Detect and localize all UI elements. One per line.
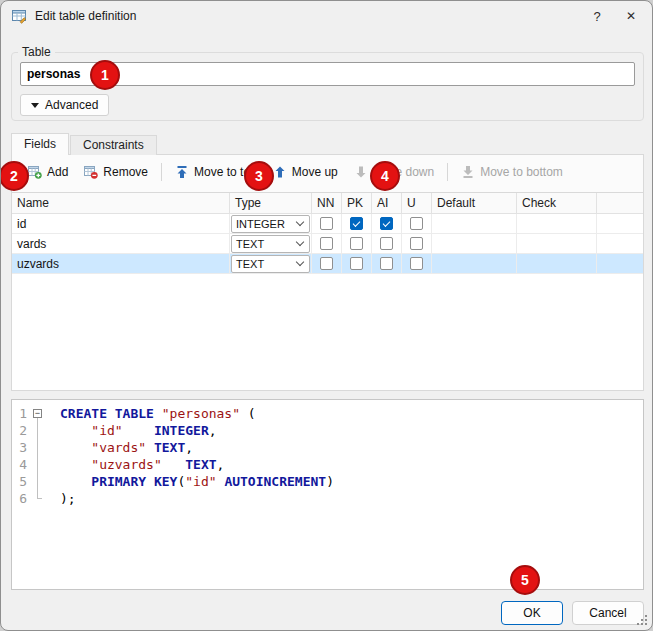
tab-bar: FieldsConstraints (11, 133, 158, 155)
cancel-button[interactable]: Cancel (572, 601, 644, 625)
type-combo-value: INTEGER (236, 218, 285, 230)
sql-token: PRIMARY KEY (91, 474, 177, 489)
table-row-id[interactable]: idINTEGER (12, 214, 643, 234)
sql-token: "vards" (91, 440, 146, 455)
field-name-cell[interactable]: uzvards (12, 254, 230, 274)
caption-buttons: ? ✕ (580, 1, 648, 31)
field-default-cell[interactable] (432, 234, 517, 254)
column-header-u[interactable]: U (402, 193, 432, 213)
sql-token: TEXT (185, 457, 216, 472)
annotation-1: 1 (90, 60, 120, 90)
toolbar-button-move-up[interactable]: Move up (265, 160, 346, 184)
field-default-cell[interactable] (432, 254, 517, 274)
fold-minus-glyph: − (33, 409, 42, 418)
field-check-cell[interactable] (517, 254, 597, 274)
checkbox-u[interactable] (410, 237, 423, 250)
line-number: 4 (12, 456, 30, 473)
toolbar-button-remove[interactable]: Remove (76, 160, 156, 184)
sql-code: "id" INTEGER, (44, 422, 217, 439)
field-ai-cell (372, 214, 402, 234)
close-button[interactable]: ✕ (614, 1, 648, 31)
sql-token (60, 457, 91, 472)
line-number: 2 (12, 422, 30, 439)
column-header-check[interactable]: Check (517, 193, 597, 213)
toolbar-label: Move to bottom (480, 165, 563, 179)
type-combo[interactable]: TEXT (231, 255, 310, 273)
checkbox-nn[interactable] (320, 237, 333, 250)
type-combo[interactable]: TEXT (231, 235, 310, 253)
sql-code: "uzvards" TEXT, (44, 456, 224, 473)
sql-token: ( (240, 406, 256, 421)
resize-grip[interactable] (636, 614, 648, 626)
field-filler-cell (597, 234, 643, 254)
move-down-icon (354, 165, 368, 179)
advanced-label: Advanced (45, 98, 98, 112)
sql-token: , (217, 457, 225, 472)
column-header-pk[interactable]: PK (342, 193, 372, 213)
checkbox-u[interactable] (410, 217, 423, 230)
field-name-cell[interactable]: vards (12, 234, 230, 254)
sql-lines: 1−CREATE TABLE "personas" (2 "id" INTEGE… (12, 405, 643, 507)
column-header-ai[interactable]: AI (372, 193, 402, 213)
help-button[interactable]: ? (580, 1, 614, 31)
fold-guide (30, 490, 44, 507)
sql-token: "id" (185, 474, 216, 489)
checkbox-ai[interactable] (380, 217, 393, 230)
sql-preview[interactable]: 1−CREATE TABLE "personas" (2 "id" INTEGE… (11, 399, 644, 590)
type-combo[interactable]: INTEGER (231, 215, 310, 233)
field-type-cell: TEXT (230, 254, 312, 274)
toolbar-button-move-to-bottom[interactable]: Move to bottom (453, 160, 571, 184)
tab-constraints[interactable]: Constraints (70, 135, 157, 155)
toolbar-label: Add (47, 165, 68, 179)
chevron-down-icon (296, 258, 304, 266)
field-filler-cell (597, 214, 643, 234)
line-number: 5 (12, 473, 30, 490)
checkbox-u[interactable] (410, 257, 423, 270)
line-number: 6 (12, 490, 30, 507)
sql-token (146, 440, 154, 455)
field-default-cell[interactable] (432, 214, 517, 234)
checkbox-ai[interactable] (380, 237, 393, 250)
toolbar-separator (447, 163, 448, 181)
column-header-name[interactable]: Name (12, 193, 230, 213)
column-header-type[interactable]: Type (230, 193, 312, 213)
title-bar: Edit table definition ? ✕ (1, 1, 652, 31)
add-field-icon (28, 165, 42, 179)
checkbox-pk[interactable] (350, 217, 363, 230)
sql-code: "vards" TEXT, (44, 439, 193, 456)
type-combo-value: TEXT (236, 238, 264, 250)
checkbox-nn[interactable] (320, 217, 333, 230)
column-header-filler (597, 193, 643, 213)
field-u-cell (402, 254, 432, 274)
fold-collapse-icon[interactable]: − (30, 405, 44, 422)
checkbox-pk[interactable] (350, 237, 363, 250)
field-nn-cell (312, 234, 342, 254)
ok-button[interactable]: OK (501, 601, 563, 625)
table-group-label: Table (18, 45, 55, 59)
caret-down-icon (31, 103, 39, 108)
checkbox-ai[interactable] (380, 257, 393, 270)
sql-line: 6); (12, 490, 643, 507)
column-header-nn[interactable]: NN (312, 193, 342, 213)
annotation-2: 2 (0, 161, 29, 191)
field-name-cell[interactable]: id (12, 214, 230, 234)
advanced-button[interactable]: Advanced (20, 94, 109, 116)
field-pk-cell (342, 214, 372, 234)
checkbox-pk[interactable] (350, 257, 363, 270)
sql-line: 1−CREATE TABLE "personas" ( (12, 405, 643, 422)
checkbox-nn[interactable] (320, 257, 333, 270)
field-pk-cell (342, 254, 372, 274)
tab-fields[interactable]: Fields (11, 133, 69, 155)
toolbar-separator (161, 163, 162, 181)
sql-token (60, 423, 91, 438)
sql-token (60, 440, 91, 455)
fold-guide (30, 439, 44, 456)
fields-toolbar: AddRemoveMove to topMove upMove downMove… (14, 158, 641, 186)
sql-token (154, 406, 162, 421)
column-header-default[interactable]: Default (432, 193, 517, 213)
field-check-cell[interactable] (517, 214, 597, 234)
field-check-cell[interactable] (517, 234, 597, 254)
sql-token: "uzvards" (91, 457, 161, 472)
table-row-uzvards[interactable]: uzvardsTEXT (12, 254, 643, 274)
table-row-vards[interactable]: vardsTEXT (12, 234, 643, 254)
